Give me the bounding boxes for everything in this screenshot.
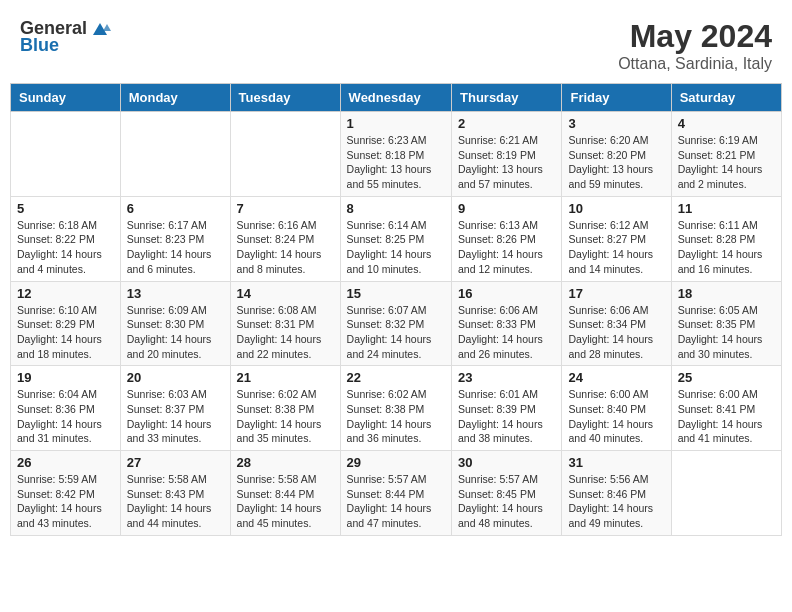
table-row: 27Sunrise: 5:58 AMSunset: 8:43 PMDayligh… [120, 451, 230, 536]
table-row: 28Sunrise: 5:58 AMSunset: 8:44 PMDayligh… [230, 451, 340, 536]
day-info: Sunrise: 6:23 AMSunset: 8:18 PMDaylight:… [347, 133, 445, 192]
table-row: 6Sunrise: 6:17 AMSunset: 8:23 PMDaylight… [120, 196, 230, 281]
table-row: 4Sunrise: 6:19 AMSunset: 8:21 PMDaylight… [671, 112, 781, 197]
day-number: 24 [568, 370, 664, 385]
header-thursday: Thursday [452, 84, 562, 112]
day-number: 30 [458, 455, 555, 470]
day-number: 15 [347, 286, 445, 301]
header-saturday: Saturday [671, 84, 781, 112]
calendar-week-row: 5Sunrise: 6:18 AMSunset: 8:22 PMDaylight… [11, 196, 782, 281]
day-number: 10 [568, 201, 664, 216]
day-number: 11 [678, 201, 775, 216]
day-info: Sunrise: 6:16 AMSunset: 8:24 PMDaylight:… [237, 218, 334, 277]
table-row: 18Sunrise: 6:05 AMSunset: 8:35 PMDayligh… [671, 281, 781, 366]
day-number: 25 [678, 370, 775, 385]
day-number: 31 [568, 455, 664, 470]
day-info: Sunrise: 6:02 AMSunset: 8:38 PMDaylight:… [347, 387, 445, 446]
table-row: 14Sunrise: 6:08 AMSunset: 8:31 PMDayligh… [230, 281, 340, 366]
header-monday: Monday [120, 84, 230, 112]
table-row: 16Sunrise: 6:06 AMSunset: 8:33 PMDayligh… [452, 281, 562, 366]
day-info: Sunrise: 6:00 AMSunset: 8:41 PMDaylight:… [678, 387, 775, 446]
day-info: Sunrise: 6:18 AMSunset: 8:22 PMDaylight:… [17, 218, 114, 277]
logo-icon [89, 17, 111, 39]
day-number: 16 [458, 286, 555, 301]
day-number: 23 [458, 370, 555, 385]
day-info: Sunrise: 6:05 AMSunset: 8:35 PMDaylight:… [678, 303, 775, 362]
day-info: Sunrise: 6:19 AMSunset: 8:21 PMDaylight:… [678, 133, 775, 192]
day-info: Sunrise: 6:13 AMSunset: 8:26 PMDaylight:… [458, 218, 555, 277]
day-info: Sunrise: 6:01 AMSunset: 8:39 PMDaylight:… [458, 387, 555, 446]
day-info: Sunrise: 6:04 AMSunset: 8:36 PMDaylight:… [17, 387, 114, 446]
table-row [120, 112, 230, 197]
header-tuesday: Tuesday [230, 84, 340, 112]
table-row: 30Sunrise: 5:57 AMSunset: 8:45 PMDayligh… [452, 451, 562, 536]
table-row: 2Sunrise: 6:21 AMSunset: 8:19 PMDaylight… [452, 112, 562, 197]
day-number: 27 [127, 455, 224, 470]
table-row: 12Sunrise: 6:10 AMSunset: 8:29 PMDayligh… [11, 281, 121, 366]
day-number: 21 [237, 370, 334, 385]
month-title: May 2024 [618, 18, 772, 55]
table-row: 3Sunrise: 6:20 AMSunset: 8:20 PMDaylight… [562, 112, 671, 197]
calendar-week-row: 12Sunrise: 6:10 AMSunset: 8:29 PMDayligh… [11, 281, 782, 366]
day-number: 18 [678, 286, 775, 301]
day-info: Sunrise: 6:11 AMSunset: 8:28 PMDaylight:… [678, 218, 775, 277]
day-info: Sunrise: 6:08 AMSunset: 8:31 PMDaylight:… [237, 303, 334, 362]
table-row [671, 451, 781, 536]
day-number: 9 [458, 201, 555, 216]
header: General Blue May 2024 Ottana, Sardinia, … [10, 10, 782, 77]
day-info: Sunrise: 6:07 AMSunset: 8:32 PMDaylight:… [347, 303, 445, 362]
day-number: 19 [17, 370, 114, 385]
day-info: Sunrise: 6:03 AMSunset: 8:37 PMDaylight:… [127, 387, 224, 446]
day-number: 12 [17, 286, 114, 301]
calendar-header-row: Sunday Monday Tuesday Wednesday Thursday… [11, 84, 782, 112]
day-info: Sunrise: 6:02 AMSunset: 8:38 PMDaylight:… [237, 387, 334, 446]
table-row: 26Sunrise: 5:59 AMSunset: 8:42 PMDayligh… [11, 451, 121, 536]
table-row: 9Sunrise: 6:13 AMSunset: 8:26 PMDaylight… [452, 196, 562, 281]
day-info: Sunrise: 5:58 AMSunset: 8:44 PMDaylight:… [237, 472, 334, 531]
day-number: 14 [237, 286, 334, 301]
table-row: 23Sunrise: 6:01 AMSunset: 8:39 PMDayligh… [452, 366, 562, 451]
day-info: Sunrise: 5:57 AMSunset: 8:45 PMDaylight:… [458, 472, 555, 531]
table-row: 19Sunrise: 6:04 AMSunset: 8:36 PMDayligh… [11, 366, 121, 451]
day-number: 6 [127, 201, 224, 216]
calendar-week-row: 19Sunrise: 6:04 AMSunset: 8:36 PMDayligh… [11, 366, 782, 451]
day-info: Sunrise: 6:00 AMSunset: 8:40 PMDaylight:… [568, 387, 664, 446]
header-friday: Friday [562, 84, 671, 112]
table-row: 22Sunrise: 6:02 AMSunset: 8:38 PMDayligh… [340, 366, 451, 451]
table-row: 21Sunrise: 6:02 AMSunset: 8:38 PMDayligh… [230, 366, 340, 451]
day-info: Sunrise: 5:57 AMSunset: 8:44 PMDaylight:… [347, 472, 445, 531]
day-number: 22 [347, 370, 445, 385]
day-info: Sunrise: 6:14 AMSunset: 8:25 PMDaylight:… [347, 218, 445, 277]
day-info: Sunrise: 6:12 AMSunset: 8:27 PMDaylight:… [568, 218, 664, 277]
day-info: Sunrise: 6:17 AMSunset: 8:23 PMDaylight:… [127, 218, 224, 277]
table-row: 20Sunrise: 6:03 AMSunset: 8:37 PMDayligh… [120, 366, 230, 451]
day-number: 28 [237, 455, 334, 470]
location-title: Ottana, Sardinia, Italy [618, 55, 772, 73]
day-number: 29 [347, 455, 445, 470]
table-row: 1Sunrise: 6:23 AMSunset: 8:18 PMDaylight… [340, 112, 451, 197]
table-row: 17Sunrise: 6:06 AMSunset: 8:34 PMDayligh… [562, 281, 671, 366]
table-row: 13Sunrise: 6:09 AMSunset: 8:30 PMDayligh… [120, 281, 230, 366]
calendar-week-row: 1Sunrise: 6:23 AMSunset: 8:18 PMDaylight… [11, 112, 782, 197]
day-number: 4 [678, 116, 775, 131]
day-number: 17 [568, 286, 664, 301]
day-info: Sunrise: 6:21 AMSunset: 8:19 PMDaylight:… [458, 133, 555, 192]
table-row: 29Sunrise: 5:57 AMSunset: 8:44 PMDayligh… [340, 451, 451, 536]
day-info: Sunrise: 6:09 AMSunset: 8:30 PMDaylight:… [127, 303, 224, 362]
day-info: Sunrise: 6:20 AMSunset: 8:20 PMDaylight:… [568, 133, 664, 192]
table-row: 31Sunrise: 5:56 AMSunset: 8:46 PMDayligh… [562, 451, 671, 536]
day-number: 26 [17, 455, 114, 470]
table-row [230, 112, 340, 197]
day-info: Sunrise: 5:56 AMSunset: 8:46 PMDaylight:… [568, 472, 664, 531]
day-number: 1 [347, 116, 445, 131]
table-row: 7Sunrise: 6:16 AMSunset: 8:24 PMDaylight… [230, 196, 340, 281]
day-number: 13 [127, 286, 224, 301]
header-wednesday: Wednesday [340, 84, 451, 112]
logo: General Blue [20, 18, 111, 56]
table-row: 25Sunrise: 6:00 AMSunset: 8:41 PMDayligh… [671, 366, 781, 451]
svg-marker-1 [103, 24, 111, 31]
logo-text-blue: Blue [20, 35, 59, 56]
title-section: May 2024 Ottana, Sardinia, Italy [618, 18, 772, 73]
day-number: 8 [347, 201, 445, 216]
table-row: 24Sunrise: 6:00 AMSunset: 8:40 PMDayligh… [562, 366, 671, 451]
